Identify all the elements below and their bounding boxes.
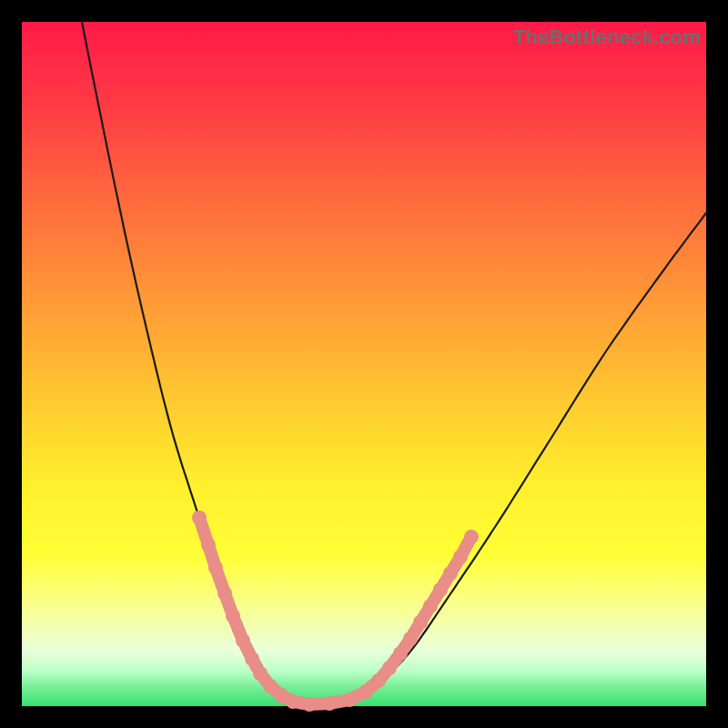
svg-point-48 xyxy=(464,530,479,544)
chart-plot-area: TheBottleneck.com xyxy=(22,22,706,706)
bottleneck-curve-svg xyxy=(22,22,706,706)
highlighted-data-points xyxy=(192,511,479,712)
bottleneck-curve-path xyxy=(82,22,706,704)
